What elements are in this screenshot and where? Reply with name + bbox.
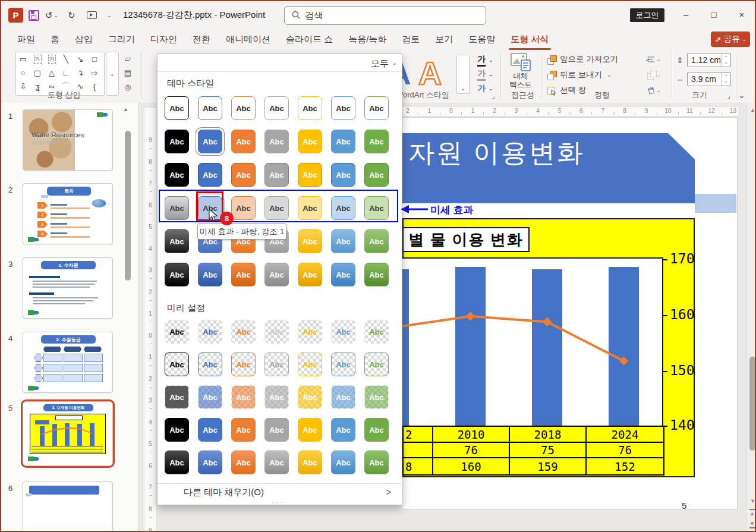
theme-style-chip-0-3[interactable]: Abc xyxy=(264,96,289,120)
theme-style-chip-1-2[interactable]: Abc xyxy=(231,130,256,153)
shape-icon-13[interactable]: ʓ xyxy=(35,82,39,91)
shape-icon-8[interactable]: △ xyxy=(49,68,55,77)
tab-검토[interactable]: 검토 xyxy=(394,30,427,49)
theme-style-chip-2-2[interactable]: Abc xyxy=(231,163,256,187)
slide-thumbnail-5[interactable]: 3. 수자원 이용변화 xyxy=(23,401,113,466)
share-button[interactable]: ⇗ 공유 ⌄ xyxy=(711,32,750,47)
tab-도형 서식[interactable]: 도형 서식 xyxy=(503,30,556,49)
text-box-button[interactable]: ▤ xyxy=(120,66,136,79)
save-button[interactable] xyxy=(29,8,39,23)
shape-icon-4[interactable]: ↘ xyxy=(77,55,84,64)
preset-chip-0-5[interactable]: Abc xyxy=(331,320,355,344)
send-backward-button[interactable]: 뒤로 보내기 ⌄ xyxy=(547,68,612,81)
tab-홈[interactable]: 홈 xyxy=(43,30,67,49)
tab-삽입[interactable]: 삽입 xyxy=(67,30,100,49)
preset-chip-4-4[interactable]: Abc xyxy=(298,451,322,474)
theme-style-chip-0-4[interactable]: Abc xyxy=(298,96,322,120)
group-objects-button[interactable]: ⌄ xyxy=(647,68,661,81)
tab-도움말[interactable]: 도움말 xyxy=(461,30,503,49)
scroll-up-icon[interactable]: ▲ xyxy=(750,107,755,113)
preset-chip-2-0[interactable]: Abc xyxy=(165,385,189,409)
preset-chip-4-1[interactable]: Abc xyxy=(198,451,222,474)
theme-style-chip-0-6[interactable]: Abc xyxy=(364,96,389,120)
theme-style-chip-5-6[interactable]: Abc xyxy=(364,263,389,287)
theme-style-chip-4-5[interactable]: Abc xyxy=(331,229,355,253)
preset-chip-4-6[interactable]: Abc xyxy=(364,451,389,474)
filter-all-button[interactable]: 모두 xyxy=(371,58,389,70)
theme-style-chip-2-3[interactable]: Abc xyxy=(264,163,289,187)
preset-chip-0-1[interactable]: Abc xyxy=(198,320,222,344)
theme-style-chip-4-6[interactable]: Abc xyxy=(364,229,389,253)
scroll-down-icon[interactable]: ▼ xyxy=(750,498,755,504)
preset-chip-3-6[interactable]: Abc xyxy=(364,418,389,442)
theme-style-chip-4-0[interactable]: Abc xyxy=(165,229,189,253)
preset-chip-3-0[interactable]: Abc xyxy=(165,418,189,442)
tab-녹음/녹화[interactable]: 녹음/녹화 xyxy=(341,30,394,49)
thumbnail-scroll-up-icon[interactable]: ▲ xyxy=(123,106,128,112)
shape-icon-6[interactable]: ○ xyxy=(21,68,26,77)
powerpoint-logo-icon[interactable]: P xyxy=(8,8,23,23)
theme-style-chip-0-2[interactable]: Abc xyxy=(231,96,256,120)
vertical-scrollbar-thumb[interactable] xyxy=(749,357,755,451)
wordart-gallery-more-button[interactable]: ⌄ xyxy=(456,55,470,94)
vertical-scrollbar-track[interactable]: ▲ ▼ ▲ ▼ xyxy=(746,103,756,532)
bring-forward-button[interactable]: 앞으로 가져오기 ⌄ xyxy=(547,53,649,66)
shape-icon-10[interactable]: ↴ xyxy=(77,68,84,77)
preset-chip-4-0[interactable]: Abc xyxy=(165,451,189,474)
slide-canvas[interactable]: 자원 이용변화 별 물 이용 변화 2201020182024767576816… xyxy=(402,118,737,509)
tab-슬라이드 쇼[interactable]: 슬라이드 쇼 xyxy=(278,30,341,49)
tab-전환[interactable]: 전환 xyxy=(185,30,218,49)
preset-chip-2-1[interactable]: Abc xyxy=(198,385,222,409)
shape-gallery-more-button[interactable]: ⌄ xyxy=(106,52,119,96)
next-slide-button[interactable]: ▼ xyxy=(749,521,755,528)
theme-style-chip-5-5[interactable]: Abc xyxy=(331,263,355,287)
theme-style-chip-5-2[interactable]: Abc xyxy=(231,263,256,287)
preset-chip-1-0[interactable]: Abc xyxy=(165,352,189,376)
wordart-style-orange-outline[interactable]: A xyxy=(418,55,442,92)
edit-shape-button[interactable]: ▱ xyxy=(120,52,136,65)
shape-icon-17[interactable]: { xyxy=(93,82,96,91)
login-button[interactable]: 로그인 xyxy=(630,8,664,22)
start-slideshow-button[interactable] xyxy=(87,8,97,23)
merge-shapes-button[interactable]: ◎ xyxy=(120,80,136,93)
preset-chip-1-2[interactable]: Abc xyxy=(231,352,256,376)
previous-slide-button[interactable]: ▲ xyxy=(749,509,755,517)
theme-style-chip-1-1[interactable]: Abc xyxy=(198,130,222,153)
width-stepper[interactable]: ⌃⌄ xyxy=(721,73,730,86)
preset-chip-4-2[interactable]: Abc xyxy=(231,451,256,474)
align-objects-button[interactable]: ⌄ xyxy=(647,53,661,66)
shape-icon-2[interactable]: 가 xyxy=(48,55,56,64)
preset-chip-2-6[interactable]: Abc xyxy=(364,385,389,409)
shape-icon-0[interactable]: ▭ xyxy=(20,55,27,64)
theme-style-chip-1-4[interactable]: Abc xyxy=(298,130,322,153)
rotate-objects-button[interactable]: ⌄ xyxy=(647,84,661,97)
preset-chip-2-5[interactable]: Abc xyxy=(331,385,355,409)
preset-chip-1-4[interactable]: Abc xyxy=(298,352,322,376)
slide-thumbnail-4[interactable]: 2. 수질등급 xyxy=(23,332,113,393)
theme-style-chip-5-1[interactable]: Abc xyxy=(198,263,222,287)
thumbnail-scrollbar[interactable] xyxy=(125,131,131,281)
theme-style-chip-2-0[interactable]: Abc xyxy=(165,163,189,187)
theme-style-chip-2-6[interactable]: Abc xyxy=(364,163,389,187)
gallery-resize-grip[interactable]: ···· xyxy=(158,499,402,506)
preset-chip-2-3[interactable]: Abc xyxy=(264,385,289,409)
preset-chip-1-1[interactable]: Abc xyxy=(198,352,222,376)
theme-style-chip-5-4[interactable]: Abc xyxy=(298,263,322,287)
preset-chip-2-2[interactable]: Abc xyxy=(231,385,256,409)
preset-chip-1-6[interactable]: Abc xyxy=(364,352,389,376)
theme-style-chip-1-0[interactable]: Abc xyxy=(165,130,189,153)
theme-style-chip-5-3[interactable]: Abc xyxy=(264,263,289,287)
theme-style-chip-1-5[interactable]: Abc xyxy=(331,130,355,153)
shape-icon-9[interactable]: ∟ xyxy=(62,68,70,77)
slide-thumbnail-2[interactable]: 목차1234 xyxy=(23,183,113,244)
theme-style-chip-1-6[interactable]: Abc xyxy=(364,130,389,153)
preset-chip-1-3[interactable]: Abc xyxy=(264,352,289,376)
preset-chip-3-5[interactable]: Abc xyxy=(331,418,355,442)
slide-thumbnail-1[interactable]: Water ResourcesWater Resources xyxy=(23,109,113,171)
shape-icon-3[interactable]: ╲ xyxy=(64,55,68,64)
theme-style-chip-2-1[interactable]: Abc xyxy=(198,163,222,187)
preset-chip-3-1[interactable]: Abc xyxy=(198,418,222,442)
theme-style-chip-1-3[interactable]: Abc xyxy=(264,130,289,153)
preset-chip-3-2[interactable]: Abc xyxy=(231,418,256,442)
tab-디자인[interactable]: 디자인 xyxy=(143,30,185,49)
